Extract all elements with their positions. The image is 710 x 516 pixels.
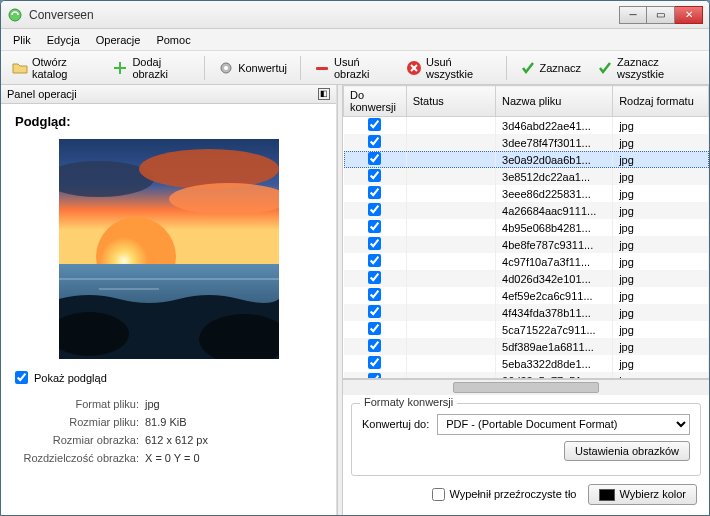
open-folder-button[interactable]: Otwórz katalog bbox=[5, 52, 103, 84]
format-select[interactable]: PDF - (Portable Document Format) bbox=[437, 414, 690, 435]
table-row[interactable]: 3e0a92d0aa6b1...jpg bbox=[344, 151, 709, 168]
svg-point-2 bbox=[224, 66, 228, 70]
menu-edit[interactable]: Edycja bbox=[39, 32, 88, 48]
col-filename[interactable]: Nazwa pliku bbox=[496, 86, 613, 117]
row-status bbox=[406, 134, 495, 151]
row-checkbox[interactable] bbox=[368, 169, 381, 182]
row-format: jpg bbox=[613, 270, 709, 287]
row-status bbox=[406, 355, 495, 372]
separator bbox=[300, 56, 301, 80]
fill-transparent-checkbox[interactable]: Wypełnił przeźroczyste tło bbox=[432, 488, 576, 501]
check-icon bbox=[597, 60, 613, 76]
convert-button[interactable]: Konwertuj bbox=[211, 56, 294, 80]
row-checkbox[interactable] bbox=[368, 186, 381, 199]
row-format: jpg bbox=[613, 185, 709, 202]
file-table[interactable]: Do konwersji Status Nazwa pliku Rodzaj f… bbox=[343, 85, 709, 379]
row-status bbox=[406, 151, 495, 168]
menu-file[interactable]: Plik bbox=[5, 32, 39, 48]
row-format: jpg bbox=[613, 202, 709, 219]
row-checkbox[interactable] bbox=[368, 288, 381, 301]
gear-icon bbox=[218, 60, 234, 76]
col-status[interactable]: Status bbox=[406, 86, 495, 117]
choose-color-button[interactable]: Wybierz kolor bbox=[588, 484, 697, 505]
plus-icon bbox=[112, 60, 128, 76]
table-row[interactable]: 3e8512dc22aa1...jpg bbox=[344, 168, 709, 185]
row-filename: 3eee86d225831... bbox=[496, 185, 613, 202]
row-status bbox=[406, 304, 495, 321]
app-icon bbox=[7, 7, 23, 23]
row-status bbox=[406, 321, 495, 338]
row-status bbox=[406, 372, 495, 379]
table-row[interactable]: 06d23a5a77a51...jpg bbox=[344, 372, 709, 379]
row-status bbox=[406, 338, 495, 355]
titlebar[interactable]: Converseen ─ ▭ ✕ bbox=[1, 1, 709, 29]
row-format: jpg bbox=[613, 253, 709, 270]
table-row[interactable]: 4c97f10a7a3f11...jpg bbox=[344, 253, 709, 270]
maximize-button[interactable]: ▭ bbox=[647, 6, 675, 24]
table-row[interactable]: 4d026d342e101...jpg bbox=[344, 270, 709, 287]
table-row[interactable]: 3eee86d225831...jpg bbox=[344, 185, 709, 202]
row-filename: 4c97f10a7a3f11... bbox=[496, 253, 613, 270]
row-checkbox[interactable] bbox=[368, 305, 381, 318]
table-row[interactable]: 4f434fda378b11...jpg bbox=[344, 304, 709, 321]
svg-point-7 bbox=[139, 149, 279, 189]
panel-title: Panel operacji bbox=[7, 88, 77, 100]
row-filename: 5eba3322d8de1... bbox=[496, 355, 613, 372]
image-resolution: X = 0 Y = 0 bbox=[145, 452, 322, 464]
table-row[interactable]: 5ca71522a7c911...jpg bbox=[344, 321, 709, 338]
table-row[interactable]: 4a26684aac9111...jpg bbox=[344, 202, 709, 219]
row-status bbox=[406, 168, 495, 185]
undock-icon[interactable]: ◧ bbox=[318, 88, 330, 100]
remove-images-button[interactable]: Usuń obrazki bbox=[307, 52, 397, 84]
row-filename: 4d026d342e101... bbox=[496, 270, 613, 287]
menu-operations[interactable]: Operacje bbox=[88, 32, 149, 48]
row-filename: 4ef59e2ca6c911... bbox=[496, 287, 613, 304]
menu-help[interactable]: Pomoc bbox=[148, 32, 198, 48]
table-row[interactable]: 3d46abd22ae41...jpg bbox=[344, 117, 709, 135]
file-info: Format pliku:jpg Rozmiar pliku:81.9 KiB … bbox=[15, 398, 322, 464]
table-row[interactable]: 4ef59e2ca6c911...jpg bbox=[344, 287, 709, 304]
row-checkbox[interactable] bbox=[368, 152, 381, 165]
row-checkbox[interactable] bbox=[368, 220, 381, 233]
col-format[interactable]: Rodzaj formatu bbox=[613, 86, 709, 117]
row-format: jpg bbox=[613, 355, 709, 372]
x-circle-icon bbox=[406, 60, 422, 76]
col-convert[interactable]: Do konwersji bbox=[344, 86, 407, 117]
table-row[interactable]: 5eba3322d8de1...jpg bbox=[344, 355, 709, 372]
table-row[interactable]: 4b95e068b4281...jpg bbox=[344, 219, 709, 236]
remove-all-button[interactable]: Usuń wszystkie bbox=[399, 52, 500, 84]
check-icon bbox=[520, 60, 536, 76]
minimize-button[interactable]: ─ bbox=[619, 6, 647, 24]
preview-heading: Podgląd: bbox=[15, 114, 322, 129]
row-checkbox[interactable] bbox=[368, 237, 381, 250]
folder-icon bbox=[12, 60, 28, 76]
row-status bbox=[406, 219, 495, 236]
row-format: jpg bbox=[613, 304, 709, 321]
row-status bbox=[406, 270, 495, 287]
row-checkbox[interactable] bbox=[368, 322, 381, 335]
image-settings-button[interactable]: Ustawienia obrazków bbox=[564, 441, 690, 461]
row-filename: 3dee78f47f3011... bbox=[496, 134, 613, 151]
preview-image bbox=[59, 139, 279, 359]
table-row[interactable]: 3dee78f47f3011...jpg bbox=[344, 134, 709, 151]
row-checkbox[interactable] bbox=[368, 118, 381, 131]
row-filename: 4b95e068b4281... bbox=[496, 219, 613, 236]
row-checkbox[interactable] bbox=[368, 339, 381, 352]
row-checkbox[interactable] bbox=[368, 254, 381, 267]
row-checkbox[interactable] bbox=[368, 203, 381, 216]
table-row[interactable]: 5df389ae1a6811...jpg bbox=[344, 338, 709, 355]
select-button[interactable]: Zaznacz bbox=[513, 56, 589, 80]
show-preview-checkbox[interactable]: Pokaż podgląd bbox=[15, 371, 322, 384]
add-images-button[interactable]: Dodaj obrazki bbox=[105, 52, 198, 84]
row-checkbox[interactable] bbox=[368, 135, 381, 148]
table-row[interactable]: 4be8fe787c9311...jpg bbox=[344, 236, 709, 253]
row-checkbox[interactable] bbox=[368, 356, 381, 369]
row-status bbox=[406, 185, 495, 202]
close-button[interactable]: ✕ bbox=[675, 6, 703, 24]
file-size: 81.9 KiB bbox=[145, 416, 322, 428]
select-all-button[interactable]: Zaznacz wszystkie bbox=[590, 52, 705, 84]
row-checkbox[interactable] bbox=[368, 271, 381, 284]
row-filename: 4f434fda378b11... bbox=[496, 304, 613, 321]
row-format: jpg bbox=[613, 117, 709, 135]
horizontal-scrollbar[interactable] bbox=[343, 379, 709, 395]
